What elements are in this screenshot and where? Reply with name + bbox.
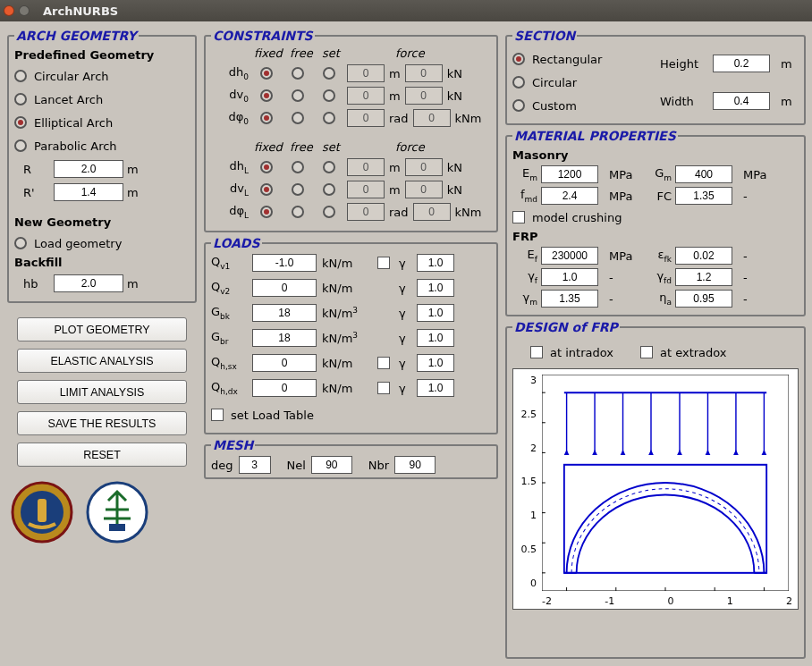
nbr-input[interactable] [394, 456, 436, 474]
dhL-free-radio[interactable] [292, 161, 304, 173]
set-load-table-check[interactable] [211, 409, 224, 421]
qhsx-check[interactable] [377, 357, 390, 369]
dphi0-force-input[interactable] [413, 109, 451, 127]
deg-input[interactable] [239, 456, 271, 474]
qv1-check[interactable] [377, 257, 390, 269]
fmd-input[interactable] [541, 187, 598, 205]
height-input[interactable] [713, 55, 770, 72]
loads-title: LOADS [211, 236, 262, 250]
gbr-input[interactable] [252, 329, 317, 347]
save-results-button[interactable]: SAVE THE RESULTS [17, 411, 187, 435]
rp-label: R' [23, 186, 50, 199]
reset-button[interactable]: RESET [17, 443, 187, 467]
r-input[interactable] [54, 160, 123, 178]
dhL-fixed-radio[interactable] [260, 161, 273, 173]
window-close-icon[interactable] [4, 5, 14, 16]
dphi0-free-radio[interactable] [292, 112, 304, 124]
dvL-force-input[interactable] [405, 181, 443, 198]
fc-input[interactable] [675, 187, 732, 205]
radio-elliptical-arch[interactable] [14, 116, 27, 129]
radio-circular-section[interactable] [512, 76, 525, 89]
intradox-check[interactable] [530, 346, 543, 358]
dh0-free-radio[interactable] [292, 67, 304, 80]
svg-marker-20 [564, 450, 570, 455]
window-title: ArchNURBS [43, 4, 118, 18]
qhdx-input[interactable] [252, 379, 317, 397]
dv0-force-input[interactable] [405, 87, 443, 105]
mesh-panel: MESH deg Nel Nbr [204, 438, 498, 479]
gammafd-input[interactable] [675, 268, 732, 286]
qv1-input[interactable] [252, 254, 317, 272]
radio-circular-arch[interactable] [14, 70, 27, 82]
elastic-analysis-button[interactable]: ELASTIC ANALYSIS [17, 349, 187, 373]
width-input[interactable] [713, 92, 770, 110]
dh0-set-radio[interactable] [323, 67, 335, 80]
nel-input[interactable] [311, 456, 352, 474]
dh0-force-input[interactable] [405, 64, 443, 82]
label-load-geometry: Load geometry [34, 237, 122, 250]
design-title: DESIGN of FRP [512, 320, 620, 334]
radio-load-geometry[interactable] [14, 237, 27, 249]
hdr-set: set [322, 46, 349, 60]
qv1-gamma-input[interactable] [417, 254, 454, 272]
dv0-fixed-radio[interactable] [260, 89, 273, 102]
svg-marker-26 [648, 450, 654, 455]
dhL-force-input[interactable] [405, 158, 443, 176]
dhL-set-input[interactable] [347, 158, 385, 176]
ef-input[interactable] [541, 247, 598, 265]
dphiL-set-input[interactable] [347, 203, 385, 221]
extradox-check[interactable] [640, 346, 653, 358]
efk-input[interactable] [675, 247, 732, 265]
radio-rectangular-section[interactable] [512, 53, 525, 65]
qhdx-gamma-input[interactable] [417, 379, 454, 397]
qv2-input[interactable] [252, 279, 317, 297]
gm-input[interactable] [675, 165, 732, 183]
rp-input[interactable] [54, 183, 123, 201]
dphiL-fixed-radio[interactable] [260, 206, 273, 218]
dphi0-fixed-radio[interactable] [260, 112, 273, 124]
gbr-gamma-input[interactable] [417, 329, 454, 347]
qhsx-input[interactable] [252, 354, 317, 372]
material-title: MATERIAL PROPERTIES [512, 129, 678, 143]
etaa-input[interactable] [675, 290, 732, 308]
em-input[interactable] [541, 165, 598, 183]
section-panel: SECTION Rectangular Circular Custom Heig… [505, 29, 806, 125]
dphi0-set-radio[interactable] [323, 112, 335, 124]
arch-geometry-panel: ARCH GEOMETRY Predefined Geometry Circul… [7, 29, 197, 303]
model-crushing-check[interactable] [512, 211, 525, 223]
dvL-set-input[interactable] [347, 181, 385, 198]
hb-input[interactable] [54, 274, 123, 292]
dhL-set-radio[interactable] [323, 161, 335, 173]
radio-lancet-arch[interactable] [14, 93, 27, 105]
dphiL-force-input[interactable] [413, 203, 451, 221]
hb-unit: m [127, 277, 139, 291]
limit-analysis-button[interactable]: LIMIT ANALYSIS [17, 380, 187, 404]
r-label: R [23, 163, 50, 176]
radio-custom-section[interactable] [512, 99, 525, 112]
dv0-free-radio[interactable] [292, 89, 304, 102]
deg-label: deg [211, 459, 233, 472]
dphi0-set-input[interactable] [347, 109, 385, 127]
gammam-input[interactable] [541, 290, 598, 308]
dh0-set-input[interactable] [347, 64, 385, 82]
qv2-gamma-input[interactable] [417, 279, 454, 297]
gammaf-input[interactable] [541, 268, 598, 286]
qhsx-gamma-input[interactable] [417, 354, 454, 372]
dh0-fixed-radio[interactable] [260, 67, 273, 80]
radio-parabolic-arch[interactable] [14, 139, 27, 152]
dphiL-set-radio[interactable] [323, 206, 335, 218]
dv0-set-radio[interactable] [323, 89, 335, 102]
hdr-fixed: fixed [254, 46, 284, 60]
dphiL-free-radio[interactable] [292, 206, 304, 218]
gbk-gamma-input[interactable] [417, 304, 454, 322]
dv0-set-input[interactable] [347, 87, 385, 105]
window-min-icon[interactable] [19, 5, 30, 16]
qhdx-check[interactable] [377, 382, 390, 394]
dvL-free-radio[interactable] [292, 183, 304, 196]
university-seal-2-icon [86, 481, 148, 544]
plot-geometry-button[interactable]: PLOT GEOMETRY [17, 317, 187, 341]
dvL-set-radio[interactable] [323, 183, 335, 196]
svg-rect-2 [38, 499, 47, 522]
dvL-fixed-radio[interactable] [260, 183, 273, 196]
gbk-input[interactable] [252, 304, 317, 322]
